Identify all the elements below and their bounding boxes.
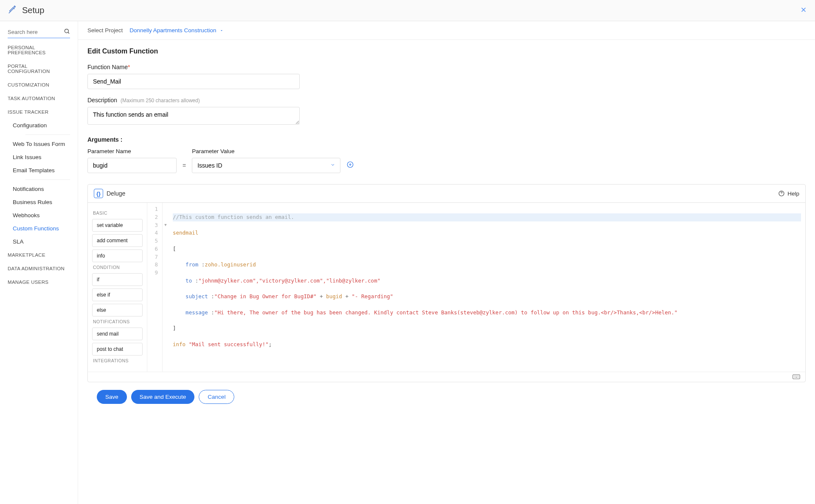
cancel-button[interactable]: Cancel <box>199 390 234 404</box>
function-name-label: Function Name* <box>87 64 806 70</box>
nav-sla[interactable]: SLA <box>13 235 78 248</box>
page-title: Edit Custom Function <box>87 48 806 55</box>
equals-sign: = <box>183 162 186 173</box>
snippet-else[interactable]: else <box>92 304 143 316</box>
nav-web-to-issues[interactable]: Web To Issues Form <box>13 137 78 151</box>
nav-personal-preferences[interactable]: PERSONAL PREFERENCES <box>0 41 78 59</box>
project-name-text: Donnelly Apartments Construction <box>129 27 216 34</box>
snippet-add-comment[interactable]: add comment <box>92 234 143 247</box>
param-name-label: Parameter Name <box>87 148 177 154</box>
sidebar: PERSONAL PREFERENCES PORTAL CONFIGURATIO… <box>0 21 78 504</box>
nav-email-templates[interactable]: Email Templates <box>13 164 78 177</box>
nav-link-issues[interactable]: Link Issues <box>13 151 78 164</box>
snippet-cat-integrations: INTEGRATIONS <box>93 358 143 363</box>
keyboard-icon[interactable] <box>793 373 800 381</box>
nav-configuration[interactable]: Configuration <box>13 119 78 132</box>
svg-rect-3 <box>793 375 800 379</box>
project-bar: Select Project Donnelly Apartments Const… <box>78 21 815 40</box>
editor-footer <box>88 372 805 382</box>
nav-data-administration[interactable]: DATA ADMINISTRATION <box>0 262 78 275</box>
help-icon <box>778 190 785 197</box>
search-icon[interactable] <box>64 28 70 36</box>
line-gutter: 123456789 <box>147 203 163 372</box>
nav-divider <box>25 134 70 135</box>
code-editor[interactable]: 123456789 ▼ //This custom function sends… <box>147 203 805 372</box>
snippet-else-if[interactable]: else if <box>92 288 143 301</box>
deluge-logo: {} Deluge <box>94 189 125 198</box>
snippet-cat-basic: BASIC <box>93 210 143 216</box>
nav-business-rules[interactable]: Business Rules <box>13 196 78 209</box>
snippet-cat-condition: CONDITION <box>93 265 143 270</box>
nav-webhooks[interactable]: Webhooks <box>13 209 78 222</box>
code-body[interactable]: //This custom function sends an email. s… <box>169 203 805 372</box>
description-input[interactable] <box>87 107 300 125</box>
nav-divider <box>25 179 70 180</box>
snippet-cat-notifications: NOTIFICATIONS <box>93 319 143 324</box>
help-button[interactable]: Help <box>778 190 799 197</box>
deluge-logo-icon: {} <box>94 189 103 198</box>
nav-custom-functions[interactable]: Custom Functions <box>13 222 78 235</box>
nav-portal-configuration[interactable]: PORTAL CONFIGURATION <box>0 59 78 78</box>
setup-icon <box>8 5 17 16</box>
fold-toggle-icon[interactable]: ▼ <box>163 221 169 230</box>
project-select[interactable]: Donnelly Apartments Construction <box>129 27 224 34</box>
app-header: Setup <box>0 0 815 21</box>
snippet-panel: BASIC set variable add comment info COND… <box>88 203 147 372</box>
function-name-input[interactable] <box>87 74 300 89</box>
close-icon[interactable] <box>800 6 807 15</box>
description-label: Description (Maximum 250 characters allo… <box>87 97 806 104</box>
param-name-input[interactable] <box>87 158 177 173</box>
caret-down-icon <box>219 28 224 33</box>
param-value-select[interactable] <box>192 158 340 173</box>
deluge-editor: {} Deluge Help BASIC set variable add co… <box>87 184 806 382</box>
snippet-set-variable[interactable]: set variable <box>92 219 143 232</box>
nav-notifications[interactable]: Notifications <box>13 182 78 196</box>
action-bar: Save Save and Execute Cancel <box>87 382 806 415</box>
search-input[interactable] <box>8 26 70 38</box>
fold-gutter: ▼ <box>163 203 169 372</box>
add-argument-button[interactable] <box>346 161 354 173</box>
arguments-heading: Arguments : <box>87 136 806 143</box>
param-value-label: Parameter Value <box>192 148 340 154</box>
nav-customization[interactable]: CUSTOMIZATION <box>0 78 78 92</box>
save-execute-button[interactable]: Save and Execute <box>131 390 195 404</box>
nav-issue-tracker[interactable]: ISSUE TRACKER <box>0 105 78 119</box>
nav-task-automation[interactable]: TASK AUTOMATION <box>0 92 78 105</box>
snippet-info[interactable]: info <box>92 249 143 262</box>
snippet-send-mail[interactable]: send mail <box>92 328 143 340</box>
nav-marketplace[interactable]: MARKETPLACE <box>0 248 78 262</box>
page-header-title: Setup <box>22 6 800 15</box>
snippet-post-to-chat[interactable]: post to chat <box>92 343 143 356</box>
save-button[interactable]: Save <box>97 390 127 404</box>
svg-point-0 <box>65 29 69 33</box>
snippet-if[interactable]: if <box>92 273 143 286</box>
project-label: Select Project <box>87 27 123 34</box>
nav-manage-users[interactable]: MANAGE USERS <box>0 275 78 289</box>
